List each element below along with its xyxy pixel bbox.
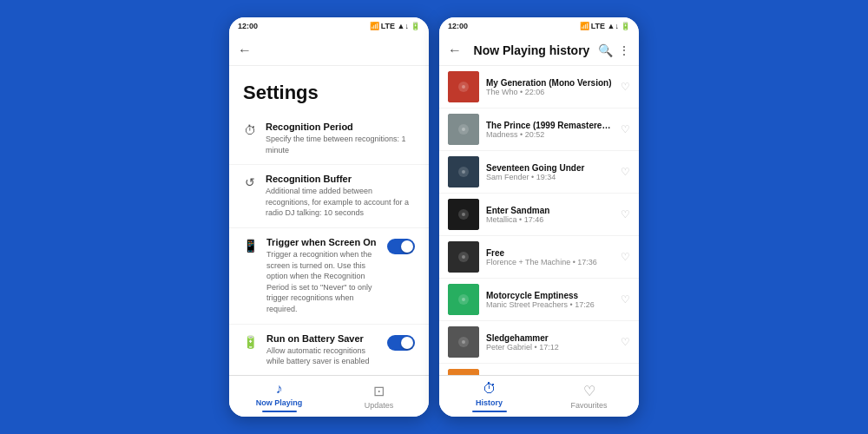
settings-top-bar: ← bbox=[229, 35, 429, 66]
settings-bottom-nav: ♪ Now Playing ⊡ Updates bbox=[229, 375, 429, 417]
toggle-switch[interactable] bbox=[387, 335, 415, 351]
setting-desc: Trigger a recognition when the screen is… bbox=[266, 249, 378, 315]
updates-icon: ⊡ bbox=[373, 383, 385, 399]
song-title: Enter Sandman bbox=[486, 206, 614, 215]
history-actions: 🔍 ⋮ bbox=[598, 43, 630, 57]
song-title: Sledgehammer bbox=[486, 333, 614, 343]
settings-status-bar: 12:00 📶 LTE ▲↓ 🔋 bbox=[229, 17, 429, 35]
history-item[interactable]: My Generation (Mono Version) The Who • 2… bbox=[439, 66, 639, 108]
nav-updates[interactable]: ⊡ Updates bbox=[329, 376, 429, 417]
history-item[interactable]: Sledgehammer Peter Gabriel • 17:12 ♡ bbox=[439, 321, 639, 364]
song-info: Motorcycle Emptiness Manic Street Preach… bbox=[486, 291, 614, 309]
nav-history[interactable]: ⏱ History bbox=[439, 376, 539, 417]
favourite-button[interactable]: ♡ bbox=[621, 166, 630, 178]
settings-content: Settings ⏱ Recognition Period Specify th… bbox=[229, 66, 429, 375]
song-meta: Metallica • 17:46 bbox=[486, 215, 614, 224]
song-meta: Sam Fender • 19:34 bbox=[486, 173, 614, 181]
history-back-button[interactable]: ← bbox=[448, 43, 462, 58]
album-art bbox=[448, 114, 479, 145]
song-info: Sledgehammer Peter Gabriel • 17:12 bbox=[486, 333, 614, 352]
song-title: Motorcycle Emptiness bbox=[486, 291, 614, 300]
setting-icon: ↺ bbox=[243, 175, 257, 189]
nav-updates-label: Updates bbox=[365, 401, 394, 410]
svg-rect-21 bbox=[448, 369, 479, 375]
favourites-icon: ♡ bbox=[583, 383, 595, 399]
nav-history-underline bbox=[472, 411, 507, 412]
favourite-button[interactable]: ♡ bbox=[621, 251, 630, 263]
nav-underline bbox=[262, 411, 297, 412]
phones-container: 12:00 📶 LTE ▲↓ 🔋 ← Settings ⏱ Recognitio… bbox=[229, 17, 639, 417]
setting-item[interactable]: 📱 Trigger when Screen On Trigger a recog… bbox=[229, 228, 429, 325]
song-title: Free bbox=[486, 248, 614, 258]
nav-favourites-label: Favourites bbox=[570, 401, 607, 410]
song-meta: Madness • 20:52 bbox=[486, 130, 614, 139]
setting-text: Recognition Period Specify the time betw… bbox=[266, 122, 415, 155]
album-art bbox=[448, 369, 479, 375]
settings-status-icons: 📶 LTE ▲↓ 🔋 bbox=[370, 22, 420, 30]
setting-text: Recognition Buffer Additional time added… bbox=[266, 174, 415, 219]
setting-label: Recognition Period bbox=[266, 122, 415, 132]
setting-desc: Specify the time between recognitions: 1… bbox=[266, 134, 415, 155]
setting-item[interactable]: 🔋 Run on Battery Saver Allow automatic r… bbox=[229, 325, 429, 375]
history-bottom-nav: ⏱ History ♡ Favourites bbox=[439, 375, 639, 417]
album-art bbox=[448, 71, 479, 102]
more-options-icon[interactable]: ⋮ bbox=[618, 43, 630, 57]
favourite-button[interactable]: ♡ bbox=[621, 208, 630, 220]
settings-phone: 12:00 📶 LTE ▲↓ 🔋 ← Settings ⏱ Recognitio… bbox=[229, 17, 429, 417]
setting-desc: Allow automatic recognitions while batte… bbox=[266, 345, 378, 367]
album-art bbox=[448, 326, 479, 358]
song-info: Seventeen Going Under Sam Fender • 19:34 bbox=[486, 163, 614, 181]
history-item[interactable]: Enter Sandman Metallica • 17:46 ♡ bbox=[439, 194, 639, 236]
history-status-bar: 12:00 📶 LTE ▲↓ 🔋 bbox=[439, 17, 639, 35]
settings-back-button[interactable]: ← bbox=[238, 43, 252, 58]
setting-item[interactable]: ⏱ Recognition Period Specify the time be… bbox=[229, 113, 429, 165]
svg-point-20 bbox=[462, 340, 465, 344]
toggle-switch[interactable] bbox=[387, 239, 415, 254]
setting-icon: 🔋 bbox=[243, 335, 258, 349]
song-meta: Peter Gabriel • 17:12 bbox=[486, 343, 614, 352]
song-title: My Generation (Mono Version) bbox=[486, 78, 614, 88]
album-art bbox=[448, 199, 479, 230]
setting-label: Run on Battery Saver bbox=[266, 333, 378, 344]
history-item[interactable]: Free Florence + The Machine • 17:36 ♡ bbox=[439, 236, 639, 279]
svg-point-2 bbox=[462, 85, 465, 89]
song-title: Seventeen Going Under bbox=[486, 163, 614, 173]
nav-history-label: History bbox=[476, 398, 503, 407]
setting-desc: Additional time added between recognitio… bbox=[266, 186, 415, 219]
now-playing-icon: ♪ bbox=[276, 381, 283, 397]
setting-icon: ⏱ bbox=[243, 123, 257, 137]
favourite-button[interactable]: ♡ bbox=[621, 81, 630, 93]
history-phone: 12:00 📶 LTE ▲↓ 🔋 ← Now Playing history 🔍… bbox=[439, 17, 639, 417]
nav-now-playing[interactable]: ♪ Now Playing bbox=[229, 376, 329, 417]
nav-favourites[interactable]: ♡ Favourites bbox=[539, 376, 639, 417]
history-icon: ⏱ bbox=[483, 381, 496, 397]
album-art bbox=[448, 156, 479, 187]
song-info: The Prince (1999 Remastered Ver... Madne… bbox=[486, 121, 614, 139]
song-info: Enter Sandman Metallica • 17:46 bbox=[486, 206, 614, 224]
favourite-button[interactable]: ♡ bbox=[621, 293, 630, 306]
search-icon[interactable]: 🔍 bbox=[598, 43, 613, 57]
svg-point-5 bbox=[462, 128, 465, 131]
svg-point-11 bbox=[462, 213, 465, 216]
history-content: My Generation (Mono Version) The Who • 2… bbox=[439, 66, 639, 375]
setting-text: Run on Battery Saver Allow automatic rec… bbox=[266, 333, 378, 367]
settings-list: ⏱ Recognition Period Specify the time be… bbox=[229, 113, 429, 375]
svg-point-8 bbox=[462, 170, 465, 174]
song-meta: Manic Street Preachers • 17:26 bbox=[486, 300, 614, 309]
favourite-button[interactable]: ♡ bbox=[621, 336, 630, 348]
favourite-button[interactable]: ♡ bbox=[621, 123, 630, 135]
album-art bbox=[448, 241, 479, 273]
settings-time: 12:00 bbox=[238, 22, 258, 30]
history-title: Now Playing history bbox=[465, 43, 598, 57]
setting-item[interactable]: ↺ Recognition Buffer Additional time add… bbox=[229, 165, 429, 228]
history-item[interactable]: Motorcycle Emptiness Manic Street Preach… bbox=[439, 279, 639, 321]
history-item[interactable]: The Prince (1999 Remastered Ver... Madne… bbox=[439, 108, 639, 151]
album-art bbox=[448, 284, 479, 315]
settings-title: Settings bbox=[229, 66, 429, 113]
history-item[interactable]: Seventeen Going Under Sam Fender • 19:34… bbox=[439, 151, 639, 194]
history-list: My Generation (Mono Version) The Who • 2… bbox=[439, 66, 639, 375]
history-status-icons: 📶 LTE ▲↓ 🔋 bbox=[580, 22, 630, 30]
setting-icon: 📱 bbox=[243, 239, 258, 253]
history-time: 12:00 bbox=[448, 22, 468, 30]
history-item[interactable]: All Star Smash Mouth • 17:03 ♡ bbox=[439, 364, 639, 375]
